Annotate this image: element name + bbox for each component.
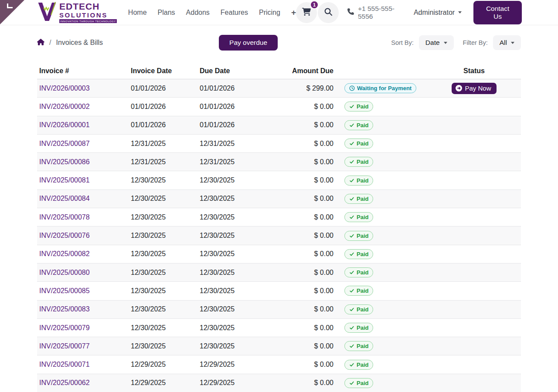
invoice-table-row: INV/2025/00085 12/30/2025 12/30/2025 $ 0… xyxy=(37,282,521,300)
status-badge-label: Paid xyxy=(357,122,368,128)
editor-corner-ribbon[interactable] xyxy=(0,0,24,24)
status-badge-label: Paid xyxy=(357,233,368,239)
pay-overdue-button[interactable]: Pay overdue xyxy=(219,35,278,51)
invoice-date-cell: 12/30/2025 xyxy=(131,176,200,184)
filter-by-label: Filter By: xyxy=(463,39,488,46)
invoice-table-row: INV/2026/00001 01/01/2026 01/01/2026 $ 0… xyxy=(37,116,521,135)
status-badge: Paid xyxy=(344,176,373,186)
invoice-link[interactable]: INV/2025/00085 xyxy=(39,287,90,294)
invoice-link[interactable]: INV/2025/00081 xyxy=(39,176,90,184)
status-badge: Paid xyxy=(344,212,373,222)
filter-dropdown[interactable]: All xyxy=(493,35,521,50)
invoice-link[interactable]: INV/2026/00001 xyxy=(39,121,90,128)
status-badge-label: Paid xyxy=(357,324,368,331)
nav-more-button[interactable]: + xyxy=(291,8,296,17)
due-date-cell: 12/30/2025 xyxy=(200,176,265,184)
invoice-link[interactable]: INV/2025/00087 xyxy=(39,140,90,147)
top-header: EDTECH SOLUTIONS INNOVATION THROUGH TECH… xyxy=(0,0,558,25)
corner-arrow-icon xyxy=(7,3,13,8)
due-date-cell: 12/30/2025 xyxy=(200,195,265,203)
breadcrumb-separator: / xyxy=(49,39,51,47)
page-toolbar: / Invoices & Bills Pay overdue Sort By: … xyxy=(0,34,558,51)
status-badge-label: Paid xyxy=(357,103,368,110)
due-date-cell: 12/30/2025 xyxy=(200,232,265,240)
due-date-cell: 12/31/2025 xyxy=(200,140,265,148)
check-icon xyxy=(349,159,354,164)
invoice-table-row: INV/2025/00082 12/30/2025 12/30/2025 $ 0… xyxy=(37,245,521,264)
search-icon xyxy=(324,7,333,18)
amount-cell: $ 0.00 xyxy=(265,324,333,332)
due-date-cell: 01/01/2026 xyxy=(200,121,265,129)
status-badge-label: Paid xyxy=(357,343,368,349)
status-badge-label: Paid xyxy=(357,380,368,386)
invoice-link[interactable]: INV/2025/00084 xyxy=(39,195,90,202)
nav-link[interactable]: Pricing xyxy=(259,9,280,17)
invoice-date-cell: 12/30/2025 xyxy=(131,232,200,240)
invoice-link[interactable]: INV/2026/00002 xyxy=(39,103,90,110)
invoice-link[interactable]: INV/2025/00083 xyxy=(39,305,90,313)
check-icon xyxy=(349,196,354,201)
column-header-status: Status xyxy=(427,67,521,75)
check-icon xyxy=(349,123,354,128)
nav-items: HomePlansAddonsFeaturesPricing xyxy=(128,9,280,17)
status-badge-label: Paid xyxy=(357,159,368,165)
amount-cell: $ 299.00 xyxy=(265,84,333,92)
status-badge: Paid xyxy=(344,120,373,130)
invoice-link[interactable]: INV/2026/00003 xyxy=(39,84,90,92)
status-badge: Paid xyxy=(344,267,373,277)
filter-value: All xyxy=(500,39,507,47)
amount-cell: $ 0.00 xyxy=(265,158,333,166)
invoice-link[interactable]: INV/2025/00080 xyxy=(39,269,90,276)
check-icon xyxy=(349,178,354,183)
invoice-date-cell: 12/29/2025 xyxy=(131,361,200,368)
nav-link[interactable]: Plans xyxy=(158,9,175,17)
brand-logo[interactable]: EDTECH SOLUTIONS INNOVATION THROUGH TECH… xyxy=(37,1,117,24)
main-nav: HomePlansAddonsFeaturesPricing + xyxy=(128,8,296,17)
status-badge: Paid xyxy=(344,139,373,149)
invoice-link[interactable]: INV/2025/00062 xyxy=(39,379,90,386)
invoice-link[interactable]: INV/2025/00077 xyxy=(39,342,90,350)
invoice-date-cell: 12/30/2025 xyxy=(131,287,200,295)
status-badge: Paid xyxy=(344,378,373,388)
invoice-table-row: INV/2025/00083 12/30/2025 12/30/2025 $ 0… xyxy=(37,301,521,319)
invoice-table-row: INV/2025/00076 12/30/2025 12/30/2025 $ 0… xyxy=(37,226,521,245)
invoice-link[interactable]: INV/2025/00076 xyxy=(39,232,90,239)
check-icon xyxy=(349,381,354,385)
invoice-link[interactable]: INV/2025/00071 xyxy=(39,361,90,368)
invoice-link[interactable]: INV/2025/00079 xyxy=(39,324,90,331)
amount-cell: $ 0.00 xyxy=(265,121,333,129)
nav-link[interactable]: Features xyxy=(221,9,248,17)
cart-button[interactable]: 1 xyxy=(296,2,317,23)
invoice-date-cell: 12/31/2025 xyxy=(131,158,200,166)
chevron-down-icon xyxy=(444,42,447,44)
status-badge-label: Paid xyxy=(357,362,368,368)
invoice-date-cell: 12/30/2025 xyxy=(131,213,200,221)
pay-now-button[interactable]: Pay Now xyxy=(452,83,496,94)
status-badge-label: Paid xyxy=(357,140,368,147)
invoice-link[interactable]: INV/2025/00082 xyxy=(39,250,90,257)
status-badge: Paid xyxy=(344,304,373,314)
contact-us-button[interactable]: Contact Us xyxy=(473,1,522,24)
invoice-link[interactable]: INV/2025/00086 xyxy=(39,158,90,166)
amount-cell: $ 0.00 xyxy=(265,213,333,221)
nav-link[interactable]: Home xyxy=(128,9,147,17)
user-menu[interactable]: Administrator xyxy=(414,9,462,17)
invoice-date-cell: 12/31/2025 xyxy=(131,140,200,148)
due-date-cell: 12/30/2025 xyxy=(200,305,265,313)
invoice-table-row: INV/2025/00086 12/31/2025 12/31/2025 $ 0… xyxy=(37,153,521,171)
invoice-link[interactable]: INV/2025/00078 xyxy=(39,213,90,221)
cart-count-badge: 1 xyxy=(310,0,319,9)
header-right-group: 1 +1 555-555-5556 Administrator Contact … xyxy=(296,1,522,24)
breadcrumb-home-link[interactable] xyxy=(37,39,44,47)
brand-name-bottom: SOLUTIONS xyxy=(59,12,117,18)
search-button[interactable] xyxy=(318,2,339,23)
sort-dropdown[interactable]: Date xyxy=(419,35,454,50)
invoice-table: Invoice # Invoice Date Due Date Amount D… xyxy=(37,63,521,392)
nav-link[interactable]: Addons xyxy=(186,9,210,17)
due-date-cell: 01/01/2026 xyxy=(200,84,265,92)
home-icon xyxy=(37,39,44,47)
status-badge-label: Paid xyxy=(357,287,368,294)
sort-filter-group: Sort By: Date Filter By: All xyxy=(391,35,521,50)
phone-link[interactable]: +1 555-555-5556 xyxy=(347,5,403,20)
clock-icon xyxy=(349,85,355,91)
